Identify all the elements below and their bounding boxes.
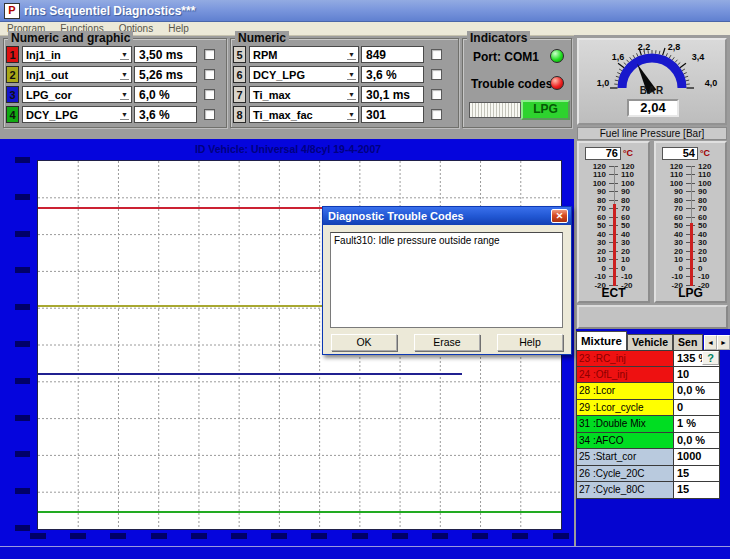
- channel-number-button[interactable]: 6: [233, 66, 246, 83]
- fault-list[interactable]: Fault310: Idle pressure outside range: [330, 232, 563, 328]
- parameter-value: 3,6 %: [361, 66, 424, 83]
- fault-text: Fault310: Idle pressure outside range: [334, 235, 500, 246]
- trouble-codes-led: [550, 76, 564, 90]
- port-status-led: [550, 49, 564, 63]
- tab-bar: MixtureVehicleSen◄►: [576, 331, 730, 350]
- gauge-tick-label: 2,8: [664, 42, 684, 52]
- parameter-select[interactable]: DCY_LPG▼: [22, 106, 132, 123]
- parameter-name: DCY_LPG: [23, 109, 78, 121]
- dialog-buttons: OK Erase Help: [331, 334, 563, 351]
- parameter-value: 3,6 %: [134, 106, 197, 123]
- thermo-name: LPG: [656, 286, 725, 300]
- title-bar: P rins Sequentiel Diagnostics***: [0, 0, 730, 22]
- channel-checkbox[interactable]: [431, 69, 442, 80]
- mixture-table: 23 :RC_inj135 %?24 :OfL_inj1028 :Lcor0,0…: [576, 350, 720, 499]
- channel-number-button[interactable]: 8: [233, 106, 246, 123]
- channel-number-button[interactable]: 7: [233, 86, 246, 103]
- parameter-name: Inj1_out: [23, 69, 68, 81]
- tab-sen[interactable]: Sen: [673, 334, 703, 350]
- channel-number-button[interactable]: 5: [233, 46, 246, 63]
- channel-row: 5RPM▼849: [233, 46, 456, 63]
- channel-row: 1Inj1_in▼3,50 ms: [6, 46, 224, 63]
- tab-mixture[interactable]: Mixture: [576, 331, 627, 350]
- thermo-value-row: 76°C: [585, 146, 633, 160]
- channel-checkbox[interactable]: [431, 109, 442, 120]
- parameter-select[interactable]: Inj1_in▼: [22, 46, 132, 63]
- channel-number-button[interactable]: 2: [6, 66, 19, 83]
- row-label: 28 :Lcor: [576, 383, 674, 400]
- chevron-down-icon: ▼: [120, 51, 129, 60]
- parameter-select[interactable]: Ti_max▼: [249, 86, 359, 103]
- row-label: 23 :RC_inj: [576, 350, 674, 367]
- row-value: 0,0 %: [674, 383, 720, 400]
- dialog-title-bar[interactable]: Diagnostic Trouble Codes ✕: [323, 207, 571, 225]
- parameter-name: Inj1_in: [23, 49, 61, 61]
- parameter-select[interactable]: Ti_max_fac▼: [249, 106, 359, 123]
- row-label: 24 :OfL_inj: [576, 367, 674, 384]
- table-row: 28 :Lcor0,0 %: [576, 383, 720, 400]
- channel-checkbox[interactable]: [204, 89, 215, 100]
- x-axis-label: [432, 533, 448, 539]
- channel-checkbox[interactable]: [204, 69, 215, 80]
- chevron-down-icon: ▼: [347, 51, 356, 60]
- parameter-select[interactable]: LPG_cor▼: [22, 86, 132, 103]
- help-button[interactable]: Help: [497, 334, 563, 351]
- erase-button[interactable]: Erase: [414, 334, 480, 351]
- channel-rows: 5RPM▼8496DCY_LPG▼3,6 %7Ti_max▼30,1 ms8Ti…: [233, 46, 456, 126]
- channel-checkbox[interactable]: [431, 89, 442, 100]
- channel-row: 6DCY_LPG▼3,6 %: [233, 66, 456, 83]
- y-axis-label: [15, 525, 30, 531]
- series-line-lpg_cor: [38, 373, 462, 375]
- window-title: rins Sequentiel Diagnostics***: [24, 4, 195, 18]
- channel-checkbox[interactable]: [204, 109, 215, 120]
- thermo-mercury: [613, 204, 616, 286]
- close-icon[interactable]: ✕: [551, 209, 568, 223]
- ok-button[interactable]: OK: [331, 334, 397, 351]
- channel-row: 2Inj1_out▼5,26 ms: [6, 66, 224, 83]
- help-icon[interactable]: ?: [702, 351, 719, 365]
- channel-number-button[interactable]: 1: [6, 46, 19, 63]
- group-indicators: Indicators Port: COM1 Trouble codes LPG: [462, 38, 572, 128]
- table-row: 29 :Lcor_cycle0: [576, 400, 720, 417]
- fuel-type-button[interactable]: LPG: [521, 100, 570, 120]
- y-axis-label: [15, 415, 30, 421]
- fuel-level-bar: [469, 102, 521, 118]
- y-axis-label: [15, 451, 30, 457]
- channel-checkbox[interactable]: [431, 49, 442, 60]
- group-title: Indicators: [467, 31, 530, 45]
- x-axis-label: [70, 533, 86, 539]
- tab-scroll-right-icon[interactable]: ►: [717, 335, 730, 350]
- parameter-select[interactable]: RPM▼: [249, 46, 359, 63]
- chevron-down-icon: ▼: [120, 91, 129, 100]
- channel-rows: 1Inj1_in▼3,50 ms2Inj1_out▼5,26 ms3LPG_co…: [6, 46, 224, 126]
- thermo-mercury: [690, 223, 693, 286]
- tab-vehicle[interactable]: Vehicle: [627, 334, 673, 350]
- x-axis-label: [311, 533, 327, 539]
- y-axis-label: [15, 378, 30, 384]
- row-value: 0,0 %: [674, 433, 720, 450]
- y-axis-label: [15, 231, 30, 237]
- thermo-value: 54: [662, 147, 698, 160]
- app-icon: P: [4, 3, 20, 19]
- table-row: 25 :Start_cor1000: [576, 449, 720, 466]
- thermo-value: 76: [585, 147, 621, 160]
- channel-row: 8Ti_max_fac▼301: [233, 106, 456, 123]
- x-axis-label: [472, 533, 488, 539]
- row-value: 10: [674, 367, 720, 384]
- menu-item-help[interactable]: Help: [168, 23, 189, 34]
- y-axis-label: [15, 157, 30, 163]
- group-numeric-graphic: Numeric and graphic 1Inj1_in▼3,50 ms2Inj…: [3, 38, 227, 128]
- row-value: 0: [674, 400, 720, 417]
- group-title: Numeric: [235, 31, 289, 45]
- channel-number-button[interactable]: 4: [6, 106, 19, 123]
- parameter-select[interactable]: Inj1_out▼: [22, 66, 132, 83]
- x-axis-label: [110, 533, 126, 539]
- tab-scroll-left-icon[interactable]: ◄: [704, 335, 717, 350]
- spacer-panel: [577, 305, 728, 329]
- channel-checkbox[interactable]: [204, 49, 215, 60]
- channel-number-button[interactable]: 3: [6, 86, 19, 103]
- channel-row: 3LPG_cor▼6,0 %: [6, 86, 224, 103]
- x-axis-label: [30, 533, 46, 539]
- parameter-select[interactable]: DCY_LPG▼: [249, 66, 359, 83]
- y-axis-label: [15, 267, 30, 273]
